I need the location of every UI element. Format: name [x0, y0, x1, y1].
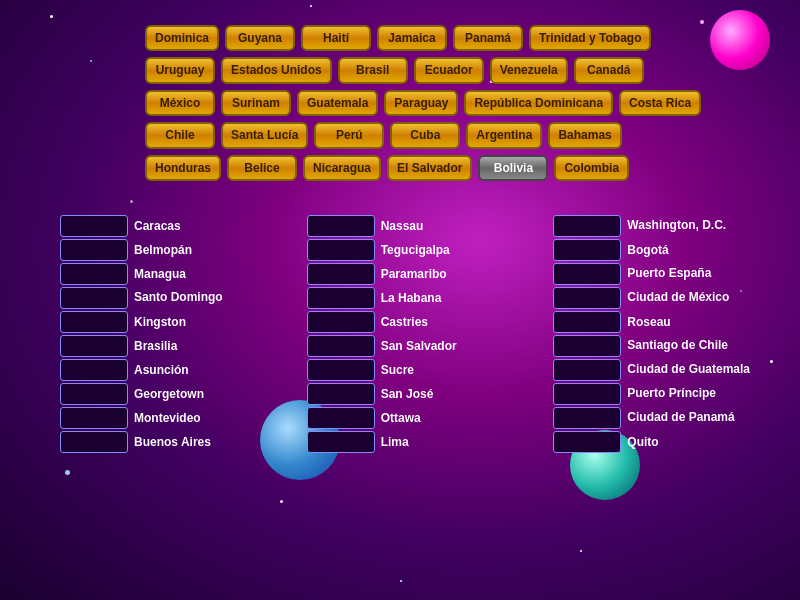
country-btn-venezuela[interactable]: Venezuela [490, 57, 568, 83]
country-btn-méxico[interactable]: México [145, 90, 215, 116]
country-btn-el-salvador[interactable]: El Salvador [387, 155, 472, 181]
match-box-col2-4[interactable] [553, 311, 621, 333]
match-item-col0-1: Belmopán [60, 239, 297, 261]
match-label-col0-1: Belmopán [134, 239, 192, 261]
match-box-col2-1[interactable] [553, 239, 621, 261]
country-btn-trinidad-y-tobago[interactable]: Trinidad y Tobago [529, 25, 651, 51]
match-item-col0-2: Managua [60, 263, 297, 285]
country-btn-estados-unidos[interactable]: Estados Unidos [221, 57, 332, 83]
match-label-col0-4: Kingston [134, 311, 186, 333]
match-label-col0-2: Managua [134, 263, 186, 285]
match-box-col0-1[interactable] [60, 239, 128, 261]
match-box-col0-9[interactable] [60, 431, 128, 453]
match-item-col2-0: Washington, D.C. [553, 215, 790, 237]
match-item-col0-6: Asunción [60, 359, 297, 381]
match-box-col1-6[interactable] [307, 359, 375, 381]
match-box-col0-4[interactable] [60, 311, 128, 333]
match-item-col0-0: Caracas [60, 215, 297, 237]
country-btn-cuba[interactable]: Cuba [390, 122, 460, 148]
country-btn-chile[interactable]: Chile [145, 122, 215, 148]
country-btn-uruguay[interactable]: Uruguay [145, 57, 215, 83]
country-btn-honduras[interactable]: Honduras [145, 155, 221, 181]
match-box-col1-5[interactable] [307, 335, 375, 357]
match-label-col2-4: Roseau [627, 311, 670, 333]
button-row-3: ChileSanta LucíaPerúCubaArgentinaBahamas [145, 122, 790, 148]
match-box-col2-3[interactable] [553, 287, 621, 309]
match-box-col0-8[interactable] [60, 407, 128, 429]
country-btn-costa-rica[interactable]: Costa Rica [619, 90, 701, 116]
country-btn-dominica[interactable]: Dominica [145, 25, 219, 51]
country-buttons-area: DominicaGuyanaHaitíJamaicaPanamáTrinidad… [145, 25, 790, 187]
match-item-col0-9: Buenos Aires [60, 431, 297, 453]
match-box-col1-3[interactable] [307, 287, 375, 309]
match-label-col2-2: Puerto España [627, 263, 711, 280]
button-row-1: UruguayEstados UnidosBrasilEcuadorVenezu… [145, 57, 790, 83]
match-item-col1-9: Lima [307, 431, 544, 453]
country-btn-perú[interactable]: Perú [314, 122, 384, 148]
country-btn-guatemala[interactable]: Guatemala [297, 90, 378, 116]
match-box-col1-9[interactable] [307, 431, 375, 453]
match-box-col2-8[interactable] [553, 407, 621, 429]
country-btn-santa-lucía[interactable]: Santa Lucía [221, 122, 308, 148]
match-item-col1-7: San José [307, 383, 544, 405]
country-btn-belice[interactable]: Belice [227, 155, 297, 181]
match-label-col2-3: Ciudad de México [627, 287, 729, 304]
match-item-col2-1: Bogotá [553, 239, 790, 261]
match-label-col2-5: Santiago de Chile [627, 335, 728, 352]
match-box-col2-9[interactable] [553, 431, 621, 453]
match-item-col1-5: San Salvador [307, 335, 544, 357]
match-item-col1-4: Castries [307, 311, 544, 333]
country-btn-haití[interactable]: Haití [301, 25, 371, 51]
country-btn-surinam[interactable]: Surinam [221, 90, 291, 116]
match-box-col2-0[interactable] [553, 215, 621, 237]
match-box-col2-7[interactable] [553, 383, 621, 405]
match-label-col1-4: Castries [381, 311, 428, 333]
match-box-col1-0[interactable] [307, 215, 375, 237]
match-label-col0-6: Asunción [134, 359, 189, 381]
country-btn-colombia[interactable]: Colombia [554, 155, 629, 181]
match-label-col1-7: San José [381, 383, 434, 405]
country-btn-guyana[interactable]: Guyana [225, 25, 295, 51]
button-row-4: HondurasBeliceNicaraguaEl SalvadorBolivi… [145, 155, 790, 181]
match-box-col1-4[interactable] [307, 311, 375, 333]
country-btn-jamaica[interactable]: Jamaica [377, 25, 447, 51]
country-btn-panamá[interactable]: Panamá [453, 25, 523, 51]
match-label-col0-3: Santo Domingo [134, 287, 223, 304]
match-label-col0-5: Brasilia [134, 335, 177, 357]
country-btn-bolivia[interactable]: Bolivia [478, 155, 548, 181]
match-box-col2-2[interactable] [553, 263, 621, 285]
country-btn-bahamas[interactable]: Bahamas [548, 122, 621, 148]
match-box-col1-8[interactable] [307, 407, 375, 429]
match-label-col2-7: Puerto Príncipe [627, 383, 716, 400]
match-box-col0-3[interactable] [60, 287, 128, 309]
match-label-col1-2: Paramaribo [381, 263, 447, 285]
match-box-col0-2[interactable] [60, 263, 128, 285]
match-box-col1-1[interactable] [307, 239, 375, 261]
country-btn-república-dominicana[interactable]: República Dominicana [464, 90, 613, 116]
match-box-col0-5[interactable] [60, 335, 128, 357]
match-label-col0-0: Caracas [134, 215, 181, 237]
match-box-col2-5[interactable] [553, 335, 621, 357]
match-box-col1-2[interactable] [307, 263, 375, 285]
match-label-col2-0: Washington, D.C. [627, 215, 726, 232]
match-box-col2-6[interactable] [553, 359, 621, 381]
country-btn-nicaragua[interactable]: Nicaragua [303, 155, 381, 181]
match-box-col0-0[interactable] [60, 215, 128, 237]
match-item-col1-8: Ottawa [307, 407, 544, 429]
match-box-col0-7[interactable] [60, 383, 128, 405]
match-label-col1-5: San Salvador [381, 335, 457, 357]
match-box-col1-7[interactable] [307, 383, 375, 405]
match-label-col1-9: Lima [381, 431, 409, 453]
match-label-col0-7: Georgetown [134, 383, 204, 405]
match-label-col1-1: Tegucigalpa [381, 239, 450, 261]
country-btn-argentina[interactable]: Argentina [466, 122, 542, 148]
country-btn-canadá[interactable]: Canadá [574, 57, 644, 83]
country-btn-ecuador[interactable]: Ecuador [414, 57, 484, 83]
country-btn-paraguay[interactable]: Paraguay [384, 90, 458, 116]
button-row-2: MéxicoSurinamGuatemalaParaguayRepública … [145, 90, 790, 116]
country-btn-brasil[interactable]: Brasil [338, 57, 408, 83]
match-item-col0-4: Kingston [60, 311, 297, 333]
match-box-col0-6[interactable] [60, 359, 128, 381]
match-item-col1-3: La Habana [307, 287, 544, 309]
match-item-col2-3: Ciudad de México [553, 287, 790, 309]
